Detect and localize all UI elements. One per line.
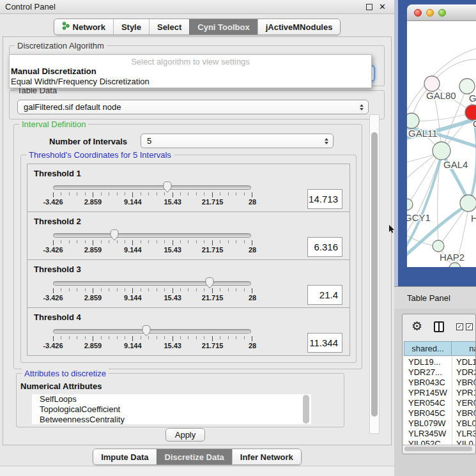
content-scrollbar[interactable] [369, 114, 380, 434]
tab-infer-network[interactable]: Infer Network [232, 449, 301, 464]
table-row[interactable]: YBR043CYBR0 [404, 377, 476, 387]
threshold-label: Threshold 3 [34, 265, 81, 274]
slider-track[interactable] [53, 281, 251, 286]
threshold-value-field[interactable]: 11.344 [307, 333, 342, 353]
cell-shared-name[interactable]: YER054C [404, 398, 452, 408]
network-canvas[interactable]: GAL80GAGAL11CGAL4GCY1HHAP2 [407, 21, 476, 267]
table-row[interactable]: YIL052CYIL0 [404, 438, 476, 445]
checkbox-icon[interactable]: ✓ [456, 323, 463, 330]
network-node[interactable] [407, 113, 419, 128]
attribute-item[interactable]: TopologicalCoefficient [32, 404, 311, 415]
tick-label: 9.144 [124, 198, 142, 206]
cell-name[interactable]: YPR1 [452, 387, 476, 397]
number-of-intervals-spinner[interactable]: 5 [141, 134, 334, 148]
tab-select[interactable]: Select [149, 19, 189, 35]
network-node-label: H [471, 213, 476, 224]
attribute-item[interactable]: BetweennessCentrality [32, 415, 311, 424]
table-panel-title: Table Panel [407, 293, 450, 303]
gear-icon[interactable]: ⚙ [411, 319, 422, 334]
network-node[interactable] [433, 240, 444, 252]
slider-thumb[interactable] [109, 229, 119, 242]
table-horizontal-scrollbar[interactable] [403, 445, 476, 452]
slider-track[interactable] [53, 329, 251, 334]
attribute-item[interactable]: SelfLoops [32, 394, 311, 404]
cell-name[interactable]: YBR0 [452, 408, 476, 418]
slider-tick-labels: -3.4262.8599.14415.4321.71528 [53, 246, 252, 254]
slider-thumb[interactable] [162, 181, 173, 194]
network-window-titlebar[interactable] [407, 4, 476, 21]
tick-label: 21.715 [202, 246, 224, 254]
attributes-group: Attributes to discretize Numerical Attri… [16, 373, 344, 427]
tab-style[interactable]: Style [113, 19, 149, 35]
network-node[interactable] [424, 76, 440, 91]
network-node[interactable] [433, 142, 450, 160]
network-graph: GAL80GAGAL11CGAL4GCY1HHAP2 [407, 21, 476, 267]
tab-network[interactable]: Network [54, 19, 113, 35]
columns-icon[interactable] [434, 321, 444, 332]
table-data-combobox[interactable]: galFiltered.sif default node [17, 100, 369, 114]
cell-name[interactable]: YBR0 [452, 377, 476, 387]
tab-discretize-data[interactable]: Discretize Data [157, 449, 232, 464]
apply-button[interactable]: Apply [165, 428, 205, 441]
numerical-attributes-label: Numerical Attributes [20, 381, 102, 391]
cell-shared-name[interactable]: YDL19... [404, 357, 452, 367]
slider-ticks [53, 288, 252, 293]
network-node[interactable] [459, 79, 475, 94]
slider-thumb[interactable] [141, 325, 151, 337]
cell-name[interactable]: YER0 [452, 397, 476, 408]
threshold-value-field[interactable]: 6.316 [307, 237, 342, 257]
table-row[interactable]: YDR27...YDR2 [404, 367, 476, 377]
algorithm-option[interactable]: Manual Discretization [10, 66, 371, 77]
tab-label: Style [121, 22, 141, 32]
table-row[interactable]: YLR345WYLR3 [404, 428, 476, 438]
cell-shared-name[interactable]: YLR345W [404, 429, 452, 438]
table-horizontal-scrollbar-thumb[interactable] [404, 447, 472, 451]
table-row[interactable]: YER054CYER0 [404, 397, 476, 408]
cell-name[interactable]: YDR2 [452, 367, 476, 377]
tab-label: jActiveMNodules [266, 22, 333, 32]
tick-label: 2.859 [84, 342, 102, 349]
float-window-icon[interactable] [366, 4, 372, 10]
column-header-shared-name[interactable]: shared... [404, 341, 452, 356]
cell-shared-name[interactable]: YDR27... [404, 367, 452, 377]
network-node-label: HAP2 [440, 252, 464, 263]
tick-label: -3.426 [43, 198, 63, 206]
slider-thumb[interactable] [204, 277, 215, 289]
tab-cyni-toolbox[interactable]: Cyni Toolbox [189, 19, 257, 35]
zoom-traffic-light-icon[interactable] [438, 9, 446, 17]
cell-shared-name[interactable]: YBR043C [404, 378, 452, 387]
tab-jactivemnodules[interactable]: jActiveMNodules [257, 19, 341, 35]
numerical-attributes-list[interactable]: SelfLoopsTopologicalCoefficientBetweenne… [32, 394, 311, 424]
tick-label: 28 [249, 342, 256, 349]
algorithm-option[interactable]: Equal Width/Frequency Discretization [10, 77, 371, 87]
network-node[interactable] [460, 195, 476, 211]
checkbox-icon[interactable]: ✓ [466, 323, 473, 330]
slider-track[interactable] [53, 233, 251, 238]
cell-name[interactable]: YIL0 [452, 438, 473, 445]
minimize-traffic-light-icon[interactable] [426, 9, 434, 17]
cell-name[interactable]: YDL1 [452, 357, 476, 367]
table-row[interactable]: YPR145WYPR1 [404, 387, 476, 397]
combo-stepper-icon [360, 104, 364, 111]
cell-name[interactable]: YLR3 [452, 428, 476, 438]
column-header-name[interactable]: na [452, 341, 476, 356]
network-node-label: GAL11 [408, 128, 438, 139]
cell-shared-name[interactable]: YBR045C [404, 408, 452, 418]
close-icon[interactable]: ✕ [379, 2, 386, 12]
attributes-list-scrollbar[interactable] [303, 395, 309, 424]
tab-impute-data[interactable]: Impute Data [93, 449, 156, 464]
cell-shared-name[interactable]: YBL079W [404, 418, 452, 428]
table-row[interactable]: YBR045CYBR0 [404, 408, 476, 418]
tab-label: Infer Network [240, 452, 293, 462]
threshold-value-field[interactable]: 14.713 [307, 189, 342, 209]
cell-shared-name[interactable]: YIL052C [404, 439, 452, 445]
cell-shared-name[interactable]: YPR145W [404, 388, 452, 397]
table-row[interactable]: YDL19...YDL1 [404, 357, 476, 367]
network-node[interactable] [407, 199, 413, 210]
cell-name[interactable]: YBL0 [452, 418, 476, 428]
slider-track[interactable] [53, 185, 251, 190]
table-row[interactable]: YBL079WYBL0 [404, 418, 476, 428]
threshold-value-field[interactable]: 21.4 [307, 285, 342, 305]
content-scrollbar-thumb[interactable] [371, 132, 378, 417]
close-traffic-light-icon[interactable] [414, 9, 422, 17]
